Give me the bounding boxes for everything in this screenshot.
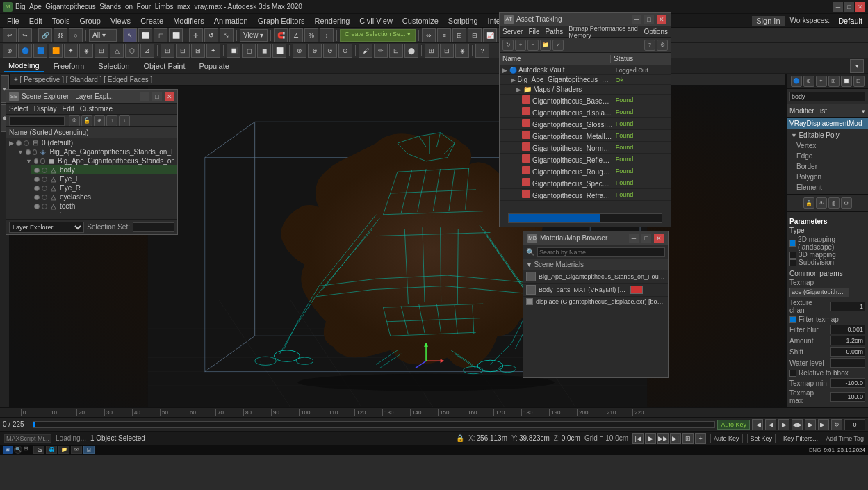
se-tb-btn3[interactable]: ⊕ bbox=[94, 115, 105, 126]
start-button[interactable]: ⊞ bbox=[3, 446, 13, 454]
tb2-btn19[interactable]: ⊕ bbox=[293, 44, 306, 58]
se-tb-btn4[interactable]: ↑ bbox=[106, 115, 117, 126]
curve-editor-button[interactable]: 📈 bbox=[483, 28, 497, 42]
at-tb-remove[interactable]: − bbox=[527, 40, 539, 51]
rt-btn-6[interactable]: ⊡ bbox=[853, 76, 865, 87]
tb2-btn17[interactable]: ◼ bbox=[257, 44, 271, 58]
go-end-button[interactable]: ▶| bbox=[818, 419, 829, 430]
select-window-button[interactable]: ◻ bbox=[154, 28, 167, 42]
se-menu-customize[interactable]: Customize bbox=[80, 105, 113, 113]
at-row-displace[interactable]: Gigantopithecus_displace.exr Found bbox=[500, 106, 671, 118]
mb-item-displace[interactable]: displace (Gigantopithecus_displace.exr) … bbox=[523, 297, 668, 307]
scale-button[interactable]: ⤡ bbox=[220, 28, 234, 42]
tb2-btn11[interactable]: ⊞ bbox=[161, 44, 174, 58]
tb2-btn13[interactable]: ⊠ bbox=[191, 44, 205, 58]
maximize-button[interactable]: □ bbox=[844, 2, 854, 12]
at-maximize-button[interactable]: □ bbox=[644, 15, 654, 24]
menu-file[interactable]: File bbox=[3, 16, 24, 26]
align-view-button[interactable]: ⊞ bbox=[452, 28, 466, 42]
tb2-btn7[interactable]: ⊞ bbox=[95, 44, 108, 58]
select-region-button[interactable]: ⬜ bbox=[138, 28, 152, 42]
rt-btn-2[interactable]: ⊕ bbox=[803, 76, 814, 87]
at-row-specular[interactable]: Gigantopithecus_Specular_amount... Found bbox=[500, 177, 671, 189]
tb2-btn18[interactable]: ⬜ bbox=[272, 44, 286, 58]
modifier-list-dropdown[interactable]: ▾ bbox=[862, 108, 865, 115]
angle-snap-button[interactable]: ∠ bbox=[289, 28, 303, 42]
rt-btn-5[interactable]: 🔲 bbox=[841, 76, 852, 87]
sign-in-button[interactable]: Sign In bbox=[752, 16, 784, 26]
mod-editable-poly[interactable]: ▼ Editable Poly bbox=[788, 130, 867, 140]
move-button[interactable]: ✛ bbox=[189, 28, 203, 42]
tb2-paint3[interactable]: ⊡ bbox=[389, 44, 403, 58]
tab-selection[interactable]: Selection bbox=[94, 60, 133, 72]
tab-populate[interactable]: Populate bbox=[195, 60, 233, 72]
at-row-vault[interactable]: ▶ 🔵 Autodesk Vault Logged Out ... bbox=[500, 65, 671, 75]
se-menu-display[interactable]: Display bbox=[34, 105, 57, 113]
tb2-paint2[interactable]: ✏ bbox=[374, 44, 388, 58]
modifier-search-input[interactable] bbox=[789, 92, 865, 101]
undo-button[interactable]: ↩ bbox=[3, 28, 17, 42]
tb2-btn3[interactable]: 🟦 bbox=[33, 44, 47, 58]
at-tb-settings[interactable]: ⚙ bbox=[657, 40, 668, 51]
taskbar-app-2[interactable]: 🌐 bbox=[46, 446, 57, 454]
menu-scripting[interactable]: Scripting bbox=[444, 16, 482, 26]
tb2-btn5[interactable]: ✦ bbox=[64, 44, 78, 58]
tb2-btn10[interactable]: ⊿ bbox=[140, 44, 154, 58]
menu-customize[interactable]: Customize bbox=[398, 16, 443, 26]
at-row-gloss[interactable]: Gigantopithecus_Glossiness.png Found bbox=[500, 118, 671, 130]
tb2-btn6[interactable]: ◈ bbox=[79, 44, 93, 58]
keyfilters-btn[interactable]: Key Filters... bbox=[780, 434, 821, 443]
mb-close-button[interactable]: ✕ bbox=[654, 234, 664, 243]
mb-scene-materials-header[interactable]: ▼ Scene Materials bbox=[523, 259, 668, 270]
vp-nav-1[interactable]: |◀ bbox=[632, 433, 644, 444]
rel-bbox-check[interactable] bbox=[789, 370, 796, 377]
tb2-btn2[interactable]: 🔵 bbox=[18, 44, 32, 58]
at-menu-options[interactable]: Options bbox=[644, 28, 668, 35]
spinner-snap-button[interactable]: ↕ bbox=[320, 28, 334, 42]
tab-object-paint[interactable]: Object Paint bbox=[140, 60, 190, 72]
at-row-maps[interactable]: ▶ 📁 Maps / Shaders bbox=[500, 85, 671, 95]
type-2d-radio[interactable] bbox=[789, 240, 796, 247]
se-tb-btn1[interactable]: 👁 bbox=[69, 115, 80, 126]
frame-input[interactable] bbox=[844, 419, 865, 430]
se-item-bigape[interactable]: ▼ ◈ Big_Ape_Gigantopithecus_Stands_on_Fo… bbox=[15, 147, 177, 156]
se-item-mesh[interactable]: ▼ ◼ Big_Ape_Gigantopithecus_Stands_on_Fo… bbox=[23, 156, 177, 165]
menu-edit[interactable]: Edit bbox=[25, 16, 47, 26]
se-item-eye-l[interactable]: △ Eye_L bbox=[31, 174, 177, 183]
se-item-tongue[interactable]: △ tongue bbox=[31, 211, 177, 213]
reference-coord-dropdown[interactable]: View ▾ bbox=[240, 29, 268, 42]
tb2-btn23[interactable]: ⊞ bbox=[425, 44, 439, 58]
tex-chan-input[interactable] bbox=[830, 302, 865, 311]
menu-create[interactable]: Create bbox=[136, 16, 167, 26]
at-row-metallic[interactable]: Gigantopithecus_Metallic.png Found bbox=[500, 130, 671, 142]
tb2-btn15[interactable]: 🔲 bbox=[227, 44, 240, 58]
at-row-rough[interactable]: Gigantopithecus_Roughness.png Found bbox=[500, 165, 671, 177]
next-frame-button[interactable]: ▶ bbox=[805, 419, 816, 430]
mod-border[interactable]: Border bbox=[788, 161, 867, 172]
sub-toolbar-settings[interactable]: ▾ bbox=[850, 59, 864, 73]
vp-nav-3[interactable]: ▶▶ bbox=[657, 433, 669, 444]
se-tb-btn2[interactable]: 🔒 bbox=[81, 115, 92, 126]
close-button[interactable]: ✕ bbox=[855, 2, 865, 12]
tb2-btn1[interactable]: ⊕ bbox=[3, 44, 17, 58]
filter-blur-input[interactable] bbox=[830, 325, 865, 334]
at-row-basecolor[interactable]: Gigantopithecus_BaseColor.png Found bbox=[500, 95, 671, 106]
tb2-btn22[interactable]: ⊙ bbox=[338, 44, 352, 58]
at-minimize-button[interactable]: ─ bbox=[632, 15, 641, 24]
at-content[interactable]: ▶ 🔵 Autodesk Vault Logged Out ... ▶ Big_… bbox=[500, 65, 671, 209]
tb2-btn16[interactable]: ◻ bbox=[242, 44, 256, 58]
at-tb-help[interactable]: ? bbox=[644, 40, 655, 51]
se-menu-select[interactable]: Select bbox=[9, 105, 28, 113]
at-tb-locate[interactable]: 📁 bbox=[540, 40, 551, 51]
taskbar-task-view[interactable]: ⊟ bbox=[24, 446, 32, 454]
taskbar-app-5[interactable]: M bbox=[83, 446, 95, 454]
mb-item-body-parts[interactable]: Body_parts_MAT (VRayMtl) [ Eye_L, Eye_R … bbox=[523, 284, 668, 297]
link-button[interactable]: 🔗 bbox=[38, 28, 52, 42]
se-layer-dropdown[interactable]: Layer Explorer bbox=[9, 222, 84, 233]
select-button[interactable]: ↖ bbox=[123, 28, 137, 42]
mb-search-input[interactable] bbox=[537, 247, 665, 257]
stack-lock-icon[interactable]: 🔒 bbox=[803, 197, 814, 209]
vp-nav-4[interactable]: ▶| bbox=[670, 433, 681, 444]
play-button[interactable]: ▶ bbox=[778, 419, 789, 430]
water-level-input[interactable] bbox=[830, 358, 865, 368]
